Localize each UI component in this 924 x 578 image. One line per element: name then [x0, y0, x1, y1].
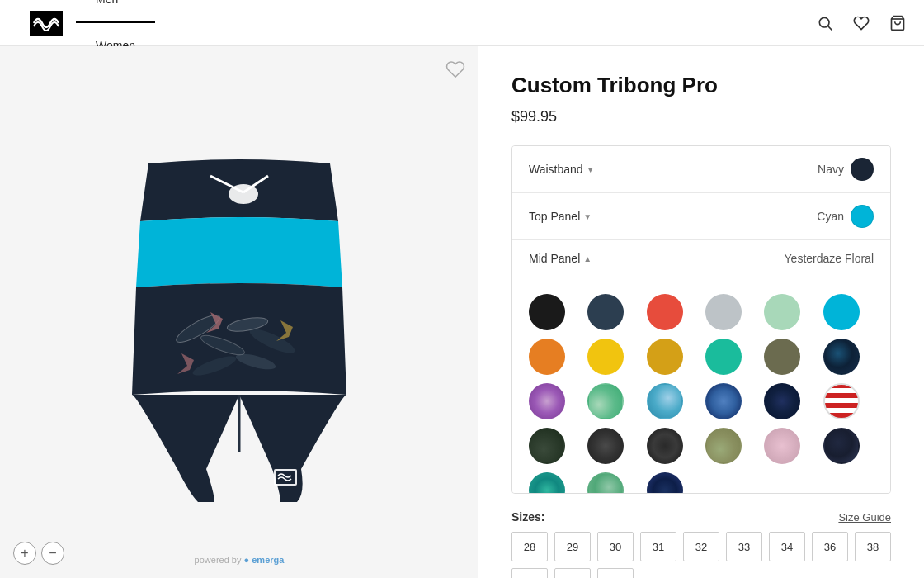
zoom-out-button[interactable]: − — [41, 542, 64, 565]
main-content: + − powered by ● emerga Custom Tribong P… — [0, 46, 924, 578]
product-price: $99.95 — [512, 108, 891, 126]
color-option-dark-texture[interactable] — [647, 428, 683, 464]
logo[interactable] — [16, 10, 76, 36]
size-36[interactable]: 36 — [812, 532, 848, 561]
top-panel-swatch — [851, 205, 874, 228]
color-option-navy-texture[interactable] — [647, 472, 683, 493]
color-option-stripe[interactable] — [823, 383, 860, 419]
product-wishlist-button[interactable] — [446, 59, 465, 84]
svg-rect-21 — [276, 471, 295, 484]
size-guide-link[interactable]: Size Guide — [838, 511, 891, 524]
size-38[interactable]: 38 — [855, 532, 891, 561]
waistband-option-row[interactable]: Waistband ▼ Navy — [512, 146, 890, 193]
color-option-ocean-pattern[interactable] — [823, 339, 860, 375]
color-option-gold[interactable] — [647, 339, 683, 375]
color-option-teal[interactable] — [705, 339, 742, 375]
size-30[interactable]: 30 — [597, 532, 634, 561]
color-option-blue-pattern[interactable] — [705, 383, 742, 419]
color-option-mint[interactable] — [764, 294, 800, 330]
zoom-controls: + − — [13, 542, 64, 565]
powered-by: powered by ● emerga — [195, 555, 285, 565]
top-panel-label[interactable]: Top Panel ▼ — [529, 210, 592, 223]
mid-panel-value: Yesterdaze Floral — [785, 252, 874, 265]
color-grid — [529, 291, 874, 493]
product-image-panel: + − powered by ● emerga — [0, 46, 478, 578]
waistband-label[interactable]: Waistband ▼ — [529, 163, 595, 176]
logo-icon — [30, 10, 63, 36]
sizes-grid: 28 29 30 31 32 33 34 36 38 40 42 44 — [512, 532, 891, 578]
mid-panel-header-row[interactable]: Mid Panel ▲ Yesterdaze Floral — [512, 240, 890, 277]
product-image — [82, 114, 396, 510]
color-option-yellow[interactable] — [587, 339, 624, 375]
top-panel-option-row[interactable]: Top Panel ▼ Cyan — [512, 193, 890, 240]
color-option-purple-pattern[interactable] — [529, 383, 565, 419]
color-option-green-pattern[interactable] — [587, 383, 624, 419]
mid-panel-color-grid: 10 out of 10 required edits complete — [512, 277, 890, 493]
top-panel-value: Cyan — [817, 205, 874, 228]
mid-panel-label[interactable]: Mid Panel ▲ — [529, 252, 592, 265]
color-option-cyan[interactable] — [823, 294, 860, 330]
svg-point-1 — [819, 17, 829, 27]
cart-icon[interactable] — [888, 13, 908, 33]
color-option-floral[interactable] — [705, 428, 742, 464]
size-34[interactable]: 34 — [769, 532, 805, 561]
sizes-section: Sizes: Size Guide 28 29 30 31 32 33 34 3… — [512, 510, 891, 578]
wishlist-icon[interactable] — [851, 13, 871, 33]
customizer-box: Waistband ▼ Navy Top Panel ▼ Cyan — [512, 145, 891, 494]
size-29[interactable]: 29 — [554, 532, 591, 561]
svg-point-6 — [229, 184, 258, 204]
svg-line-2 — [828, 26, 832, 30]
product-title: Custom Tribong Pro — [512, 73, 891, 98]
color-option-black[interactable] — [529, 294, 565, 330]
color-option-dark-navy[interactable] — [587, 294, 624, 330]
color-option-darkblue-pattern[interactable] — [764, 383, 800, 419]
waistband-swatch — [851, 158, 874, 181]
color-option-dark-pattern[interactable] — [587, 428, 624, 464]
nav-item-men[interactable]: Men — [76, 0, 155, 23]
waistband-chevron: ▼ — [587, 165, 595, 174]
color-option-teal-pattern[interactable] — [529, 472, 565, 493]
top-panel-chevron: ▼ — [583, 212, 592, 221]
zoom-in-button[interactable]: + — [13, 542, 36, 565]
color-option-orange[interactable] — [529, 339, 565, 375]
size-42[interactable]: 42 — [554, 568, 591, 578]
search-icon[interactable] — [815, 13, 835, 33]
size-44[interactable]: 44 — [597, 568, 634, 578]
size-28[interactable]: 28 — [512, 532, 548, 561]
header: Men Women — [0, 0, 924, 46]
color-option-lightblue-pattern[interactable] — [647, 383, 683, 419]
mid-panel-chevron: ▲ — [583, 254, 592, 263]
size-31[interactable]: 31 — [640, 532, 676, 561]
sizes-header: Sizes: Size Guide — [512, 510, 891, 524]
size-32[interactable]: 32 — [683, 532, 719, 561]
sizes-label: Sizes: — [512, 510, 544, 524]
color-option-pink-floral[interactable] — [764, 428, 800, 464]
color-option-gray[interactable] — [705, 294, 742, 330]
header-icons — [815, 13, 908, 33]
color-option-mint-floral[interactable] — [587, 472, 624, 493]
customizer-scroll[interactable]: Waistband ▼ Navy Top Panel ▼ Cyan — [512, 146, 890, 493]
size-40[interactable]: 40 — [512, 568, 548, 578]
product-details-panel: Custom Tribong Pro $99.95 Waistband ▼ Na… — [478, 46, 924, 578]
color-option-red[interactable] — [647, 294, 683, 330]
color-option-dark-floral[interactable] — [823, 428, 860, 464]
size-33[interactable]: 33 — [726, 532, 762, 561]
waistband-value: Navy — [818, 158, 874, 181]
color-option-camo[interactable] — [529, 428, 565, 464]
color-option-olive[interactable] — [764, 339, 800, 375]
